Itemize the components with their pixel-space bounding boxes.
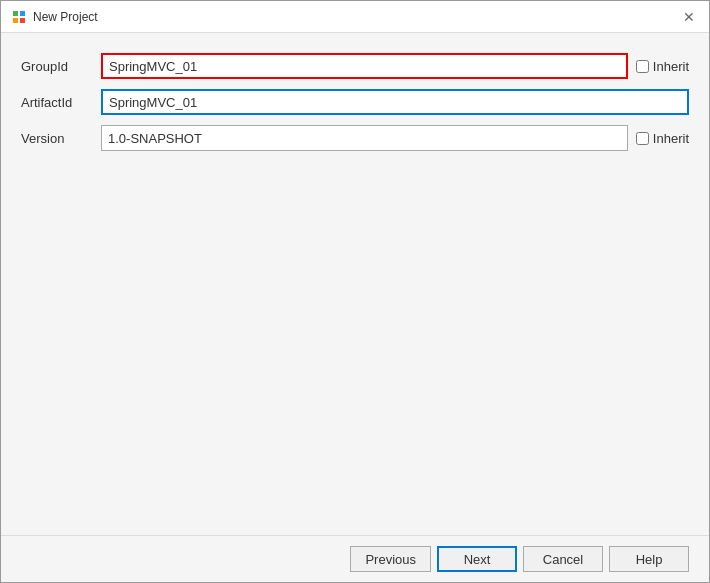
svg-rect-0 — [13, 11, 18, 16]
help-button[interactable]: Help — [609, 546, 689, 572]
cancel-button[interactable]: Cancel — [523, 546, 603, 572]
version-row: Version Inherit — [21, 125, 689, 151]
svg-rect-1 — [20, 11, 25, 16]
version-inherit-label: Inherit — [653, 131, 689, 146]
groupid-row: GroupId Inherit — [21, 53, 689, 79]
groupid-inherit-checkbox[interactable] — [636, 60, 649, 73]
version-inherit-wrapper: Inherit — [636, 131, 689, 146]
artifactid-label: ArtifactId — [21, 95, 101, 110]
version-label: Version — [21, 131, 101, 146]
groupid-input[interactable] — [101, 53, 628, 79]
artifactid-input[interactable] — [101, 89, 689, 115]
groupid-inherit-wrapper: Inherit — [636, 59, 689, 74]
svg-rect-3 — [20, 18, 25, 23]
next-button[interactable]: Next — [437, 546, 517, 572]
close-button[interactable]: ✕ — [679, 7, 699, 27]
version-inherit-checkbox[interactable] — [636, 132, 649, 145]
bottom-bar: Previous Next Cancel Help — [1, 535, 709, 582]
svg-rect-2 — [13, 18, 18, 23]
groupid-inherit-label: Inherit — [653, 59, 689, 74]
groupid-label: GroupId — [21, 59, 101, 74]
window-icon — [11, 9, 27, 25]
form-content: GroupId Inherit ArtifactId Version Inher… — [1, 33, 709, 535]
title-bar: New Project ✕ — [1, 1, 709, 33]
new-project-dialog: New Project ✕ GroupId Inherit ArtifactId… — [0, 0, 710, 583]
previous-button[interactable]: Previous — [350, 546, 431, 572]
version-input[interactable] — [101, 125, 628, 151]
window-title: New Project — [33, 10, 98, 24]
artifactid-row: ArtifactId — [21, 89, 689, 115]
title-bar-left: New Project — [11, 9, 98, 25]
